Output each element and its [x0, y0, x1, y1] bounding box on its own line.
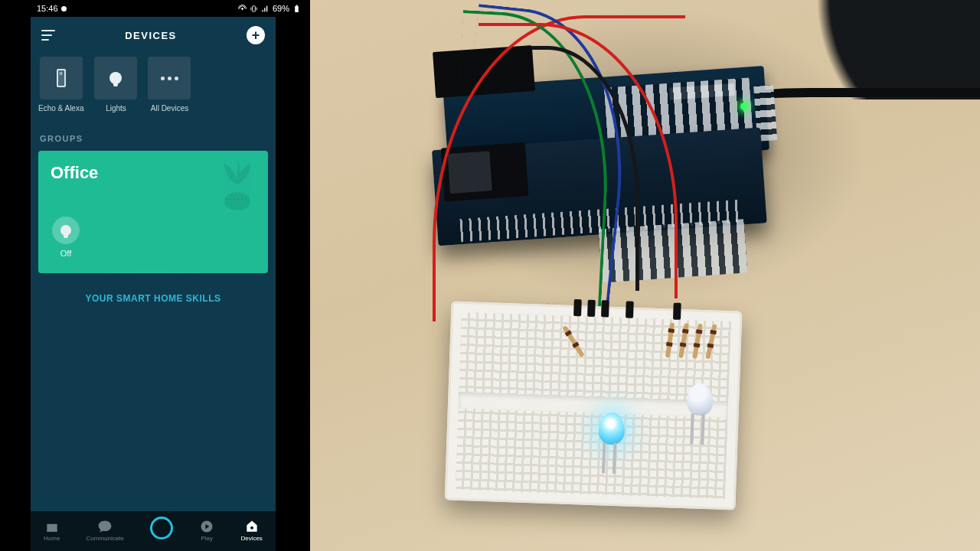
play-icon: [199, 519, 214, 534]
battery-percent: 69%: [273, 4, 289, 13]
breadboard: [445, 301, 743, 510]
add-button[interactable]: +: [247, 26, 265, 44]
more-icon: [161, 77, 178, 80]
battery-icon: [292, 5, 301, 13]
phone-frame: 15:46 69% DEVICES + Echo & Alexa Light: [0, 0, 310, 551]
svg-point-0: [241, 8, 243, 10]
android-status-bar: 15:46 69%: [0, 0, 310, 17]
tab-label: Devices: [240, 535, 262, 542]
group-card-office[interactable]: Office Off: [38, 151, 268, 273]
svg-rect-1: [253, 5, 256, 11]
alexa-ring-icon: [150, 517, 173, 540]
svg-point-8: [250, 527, 253, 530]
tab-label: Play: [201, 535, 213, 542]
category-echo-alexa[interactable]: Echo & Alexa: [38, 57, 83, 112]
plant-icon: [214, 157, 260, 214]
svg-point-4: [224, 192, 250, 210]
bottom-tabbar: Home Communicate Play Devices: [31, 511, 276, 551]
smart-home-skills-link[interactable]: YOUR SMART HOME SKILLS: [38, 293, 268, 304]
category-lights[interactable]: Lights: [94, 57, 137, 112]
svg-rect-3: [296, 5, 298, 5]
bulb-icon: [109, 72, 122, 84]
category-label: Echo & Alexa: [38, 104, 83, 112]
menu-icon[interactable]: [41, 30, 55, 41]
echo-icon: [57, 69, 66, 87]
status-time: 15:46: [37, 4, 67, 13]
chat-icon: [97, 519, 113, 534]
signal-icon: [261, 5, 270, 13]
page-title: DEVICES: [125, 30, 177, 41]
groups-heading: GROUPS: [40, 134, 268, 143]
app-header: DEVICES +: [31, 17, 276, 54]
category-label: Lights: [106, 104, 126, 112]
group-light-toggle[interactable]: [52, 217, 80, 244]
tab-label: Home: [44, 535, 60, 542]
vibrate-icon: [250, 5, 258, 13]
home-icon: [44, 519, 60, 534]
bulb-icon: [60, 225, 71, 236]
category-label: All Devices: [151, 104, 188, 112]
devices-icon: [244, 519, 260, 534]
svg-rect-6: [47, 530, 57, 532]
wire-black: [532, 46, 639, 291]
tab-home[interactable]: Home: [44, 519, 60, 542]
category-row: Echo & Alexa Lights All Devices: [38, 57, 268, 112]
content: Echo & Alexa Lights All Devices GROUPS O…: [31, 54, 276, 511]
hardware-photo: [310, 0, 980, 551]
tab-label: Communicate: [87, 535, 124, 542]
tab-devices[interactable]: Devices: [240, 519, 262, 542]
svg-rect-2: [295, 5, 299, 11]
tab-play[interactable]: Play: [199, 519, 214, 542]
tab-communicate[interactable]: Communicate: [87, 519, 124, 542]
group-toggle-state: Off: [60, 249, 71, 258]
tab-alexa[interactable]: [150, 521, 173, 540]
alexa-app: DEVICES + Echo & Alexa Lights All Device…: [31, 17, 276, 551]
hotspot-icon: [238, 5, 247, 13]
status-right: 69%: [238, 4, 301, 13]
category-all-devices[interactable]: All Devices: [148, 57, 191, 112]
